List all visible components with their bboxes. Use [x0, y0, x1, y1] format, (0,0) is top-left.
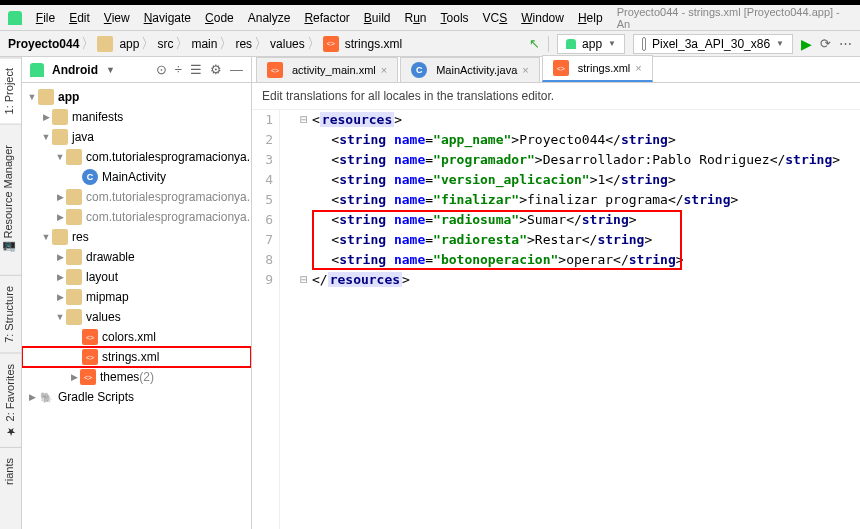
menu-file[interactable]: File — [36, 11, 55, 25]
package-icon — [66, 209, 82, 225]
package-icon — [66, 149, 82, 165]
module-icon — [97, 36, 113, 52]
xml-icon: <> — [267, 62, 283, 78]
editor-panel: <>activity_main.xml× CMainActivity.java×… — [252, 57, 860, 529]
folder-icon — [66, 269, 82, 285]
android-icon — [566, 39, 576, 49]
tab-strings[interactable]: <>strings.xml× — [542, 55, 653, 82]
code-lines[interactable]: ⊟<resources> <string name="app_name">Pro… — [280, 110, 860, 529]
apply-changes-icon[interactable]: ⟳ — [820, 36, 831, 51]
tab-activity-main[interactable]: <>activity_main.xml× — [256, 57, 398, 82]
sidebar-build-variants[interactable]: riants — [0, 447, 21, 495]
folder-icon — [52, 229, 68, 245]
hammer-icon[interactable]: ↖ — [529, 36, 540, 51]
run-config-combo[interactable]: app ▼ — [557, 34, 625, 54]
menu-help[interactable]: Help — [578, 11, 603, 25]
tree-node-mainactivity[interactable]: MainActivity — [102, 170, 166, 184]
left-toolwindow-bar: 1: Project 📷 Resource Manager 7: Structu… — [0, 57, 22, 529]
breadcrumb[interactable]: src — [157, 37, 173, 51]
breadcrumb[interactable]: res — [235, 37, 252, 51]
breadcrumb[interactable]: <>strings.xml — [323, 36, 402, 52]
breadcrumb-sep: 〉 — [81, 35, 95, 53]
close-icon[interactable]: × — [522, 64, 528, 76]
menu-view[interactable]: View — [104, 11, 130, 25]
project-tree-header: Android ▼ ⊙ ÷ ☰ ⚙ — — [22, 57, 251, 83]
device-combo[interactable]: Pixel_3a_API_30_x86 ▼ — [633, 34, 793, 54]
menu-refactor[interactable]: Refactor — [304, 11, 349, 25]
tab-label: activity_main.xml — [292, 64, 376, 76]
tree-node-gradle[interactable]: Gradle Scripts — [58, 390, 134, 404]
menu-navigate[interactable]: Navigate — [144, 11, 191, 25]
breadcrumb-sep: 〉 — [219, 35, 233, 53]
chevron-down-icon: ▼ — [776, 39, 784, 48]
window-title: Proyecto044 - strings.xml [Proyecto044.a… — [617, 6, 852, 30]
tree-node-strings[interactable]: strings.xml — [102, 350, 159, 364]
tree-node-colors[interactable]: colors.xml — [102, 330, 156, 344]
tree-node-res[interactable]: res — [72, 230, 89, 244]
tree-node-mipmap[interactable]: mipmap — [86, 290, 129, 304]
tree-node-package-androidtest[interactable]: com.tutorialesprogramacionya. — [86, 210, 250, 224]
tree-node-manifests[interactable]: manifests — [72, 110, 123, 124]
menu-tools[interactable]: Tools — [441, 11, 469, 25]
menu-analyze[interactable]: Analyze — [248, 11, 291, 25]
breadcrumb-sep: 〉 — [254, 35, 268, 53]
sidebar-structure[interactable]: 7: Structure — [0, 275, 21, 353]
sidebar-resource-manager[interactable]: 📷 Resource Manager — [0, 124, 21, 275]
tree-node-values[interactable]: values — [86, 310, 121, 324]
device-label: Pixel_3a_API_30_x86 — [652, 37, 770, 51]
package-icon — [66, 189, 82, 205]
menu-window[interactable]: Window — [521, 11, 564, 25]
tree-node-layout[interactable]: layout — [86, 270, 118, 284]
project-tree[interactable]: ▼app ▶manifests ▼java ▼com.tutorialespro… — [22, 83, 251, 529]
code-editor[interactable]: 123456789 ⊟<resources> <string name="app… — [252, 110, 860, 529]
menu-code[interactable]: Code — [205, 11, 234, 25]
folder-icon — [52, 129, 68, 145]
menu-run[interactable]: Run — [405, 11, 427, 25]
breadcrumb[interactable]: main — [191, 37, 217, 51]
navigation-bar: Proyecto044 〉 app 〉 src 〉 main 〉 res 〉 v… — [0, 31, 860, 57]
breadcrumb[interactable]: app — [97, 36, 139, 52]
tab-label: strings.xml — [578, 62, 631, 74]
close-icon[interactable]: × — [381, 64, 387, 76]
tree-node-app[interactable]: app — [58, 90, 79, 104]
breadcrumb-sep: 〉 — [307, 35, 321, 53]
select-opened-icon[interactable]: ⊙ — [156, 62, 167, 77]
tree-node-package[interactable]: com.tutorialesprogramacionya. — [86, 150, 250, 164]
tree-node-package-test[interactable]: com.tutorialesprogramacionya. — [86, 190, 250, 204]
translations-banner[interactable]: Edit translations for all locales in the… — [252, 83, 860, 110]
phone-icon — [642, 37, 646, 51]
sidebar-favorites[interactable]: ★ 2: Favorites — [0, 353, 21, 448]
run-button[interactable]: ▶ — [801, 36, 812, 52]
chevron-down-icon[interactable]: ▼ — [106, 65, 115, 75]
tree-node-drawable[interactable]: drawable — [86, 250, 135, 264]
chevron-down-icon: ▼ — [608, 39, 616, 48]
expand-all-icon[interactable]: ÷ — [175, 62, 182, 77]
breadcrumb-sep: 〉 — [141, 35, 155, 53]
tree-node-java[interactable]: java — [72, 130, 94, 144]
project-tree-panel: Android ▼ ⊙ ÷ ☰ ⚙ — ▼app ▶manifests ▼jav… — [22, 57, 252, 529]
more-icon[interactable]: ⋯ — [839, 36, 852, 51]
editor-tabs: <>activity_main.xml× CMainActivity.java×… — [252, 57, 860, 83]
android-logo-icon — [8, 11, 22, 25]
menu-edit[interactable]: Edit — [69, 11, 90, 25]
android-scope-icon — [30, 63, 44, 77]
folder-icon — [66, 289, 82, 305]
folder-icon — [52, 109, 68, 125]
breadcrumb[interactable]: values — [270, 37, 305, 51]
gear-icon[interactable]: ⚙ — [210, 62, 222, 77]
breadcrumb[interactable]: Proyecto044 — [8, 37, 79, 51]
project-scope-label[interactable]: Android — [52, 63, 98, 77]
breadcrumb-sep: 〉 — [175, 35, 189, 53]
hide-icon[interactable]: — — [230, 62, 243, 77]
menu-build[interactable]: Build — [364, 11, 391, 25]
tree-node-themes[interactable]: themes — [100, 370, 139, 384]
folder-icon — [66, 309, 82, 325]
module-folder-icon — [38, 89, 54, 105]
sidebar-project[interactable]: 1: Project — [0, 57, 21, 124]
close-icon[interactable]: × — [635, 62, 641, 74]
folder-icon — [66, 249, 82, 265]
gutter: 123456789 — [252, 110, 280, 529]
menu-vcs[interactable]: VCS — [483, 11, 508, 25]
collapse-all-icon[interactable]: ☰ — [190, 62, 202, 77]
tab-mainactivity[interactable]: CMainActivity.java× — [400, 57, 540, 82]
